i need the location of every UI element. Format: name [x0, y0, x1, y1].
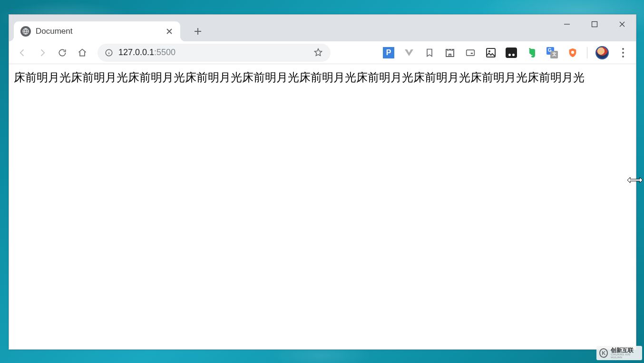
maximize-button[interactable] [581, 15, 608, 34]
new-tab-button[interactable] [190, 23, 206, 39]
reload-button[interactable] [54, 44, 71, 61]
toolbar: 127.0.0.1:5500 P [9, 41, 636, 64]
window-controls [553, 15, 636, 34]
video-ext-icon[interactable] [464, 47, 477, 59]
browser-window: Document [9, 14, 636, 350]
svg-rect-1 [592, 22, 597, 27]
svg-rect-5 [467, 50, 475, 56]
site-info-icon[interactable] [104, 48, 114, 57]
svg-point-9 [571, 50, 574, 53]
profile-avatar[interactable] [595, 46, 609, 59]
forward-button[interactable] [34, 44, 51, 61]
close-tab-icon[interactable] [165, 27, 174, 36]
translate-ext-icon[interactable]: 文 G [546, 47, 558, 59]
watermark-sub-text: CHUANG XIN HULIAN [611, 353, 639, 359]
watermark-logo: K [599, 348, 608, 358]
extension-separator [587, 47, 587, 58]
browser-tab[interactable]: Document [14, 21, 180, 41]
castle-ext-icon[interactable] [444, 47, 456, 59]
watermark: K 创新互联 CHUANG XIN HULIAN [596, 346, 642, 360]
tab-title: Document [36, 27, 160, 36]
extensions-area: P [382, 46, 631, 59]
address-bar[interactable]: 127.0.0.1:5500 [98, 44, 331, 62]
svg-point-8 [488, 50, 490, 52]
home-button[interactable] [74, 44, 91, 61]
minimize-button[interactable] [553, 15, 581, 34]
dots-ext-icon[interactable] [505, 47, 517, 59]
v-ext-icon[interactable] [403, 47, 415, 59]
url-text[interactable]: 127.0.0.1:5500 [118, 48, 309, 57]
image-ext-icon[interactable] [485, 47, 497, 59]
watermark-main-text: 创新互联 [611, 347, 639, 353]
svg-rect-6 [471, 53, 473, 54]
evernote-ext-icon[interactable] [526, 47, 538, 59]
page-content: 床前明月光床前明月光床前明月光床前明月光床前明月光床前明月光床前明月光床前明月光… [9, 64, 636, 349]
bookmark-ext-icon[interactable] [423, 47, 436, 59]
url-host: 127.0.0.1 [118, 48, 154, 57]
globe-icon [20, 26, 31, 37]
bookmark-star-icon[interactable] [313, 48, 324, 58]
browser-menu-button[interactable] [617, 48, 629, 57]
p-ext-icon[interactable]: P [382, 47, 395, 59]
shield-ext-icon[interactable] [566, 47, 579, 59]
close-window-button[interactable] [608, 15, 636, 34]
url-port: :5500 [154, 48, 176, 57]
tab-strip: Document [9, 15, 636, 41]
back-button[interactable] [14, 44, 31, 61]
page-body-text: 床前明月光床前明月光床前明月光床前明月光床前明月光床前明月光床前明月光床前明月光… [14, 70, 631, 85]
